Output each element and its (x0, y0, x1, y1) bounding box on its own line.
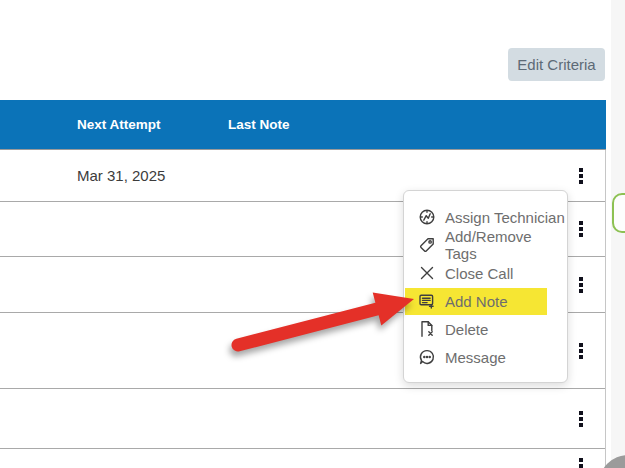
menu-item-label: Add/Remove Tags (445, 228, 567, 262)
next-attempt-cell: Mar 31, 2025 (77, 150, 165, 201)
menu-item-label: Assign Technician (445, 209, 565, 226)
row-actions-kebab-icon[interactable] (574, 166, 588, 186)
edit-criteria-button[interactable]: Edit Criteria (508, 48, 605, 81)
menu-item-label: Delete (445, 321, 488, 338)
feedback-tab[interactable] (612, 193, 625, 233)
column-header-last-note: Last Note (228, 100, 290, 149)
table-header: Next Attempt Last Note (0, 100, 606, 150)
table-row[interactable] (0, 449, 605, 468)
column-header-next-attempt: Next Attempt (77, 100, 161, 149)
row-actions-kebab-icon[interactable] (574, 275, 588, 295)
menu-item-label: Message (445, 349, 506, 366)
menu-item-assign-technician[interactable]: Assign Technician (404, 203, 567, 231)
table-row[interactable] (0, 389, 605, 449)
menu-item-add-remove-tags[interactable]: Add/Remove Tags (404, 231, 567, 259)
page-gutter (611, 0, 625, 468)
annotation-arrow (220, 275, 430, 365)
row-actions-kebab-icon[interactable] (574, 341, 588, 361)
row-actions-kebab-icon[interactable] (574, 219, 588, 239)
app-screen: Edit Criteria Next Attempt Last Note Mar… (0, 0, 625, 468)
menu-item-label: Add Note (445, 293, 508, 310)
menu-item-label: Close Call (445, 265, 513, 282)
gauge-icon (418, 208, 436, 226)
row-actions-kebab-icon[interactable] (574, 456, 588, 468)
tag-icon (418, 236, 436, 254)
row-actions-kebab-icon[interactable] (574, 409, 588, 429)
